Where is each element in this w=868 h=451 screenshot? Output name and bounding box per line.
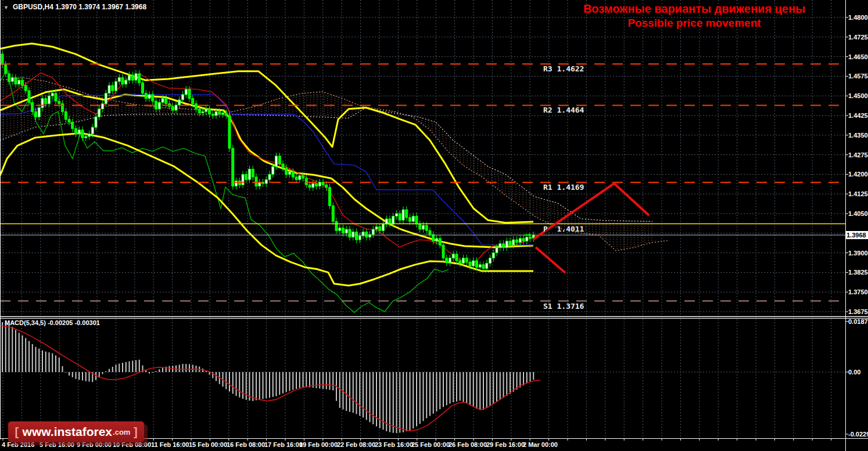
time-axis-label: 15 Feb 00:00 [189,441,227,448]
price-axis-label: 1.4500 [848,92,868,99]
macd-axis-label: 0.00 [848,369,860,376]
price-axis-label: 1.4275 [848,151,868,158]
price-axis-label: 1.3675 [848,308,868,315]
price-axis-label: 1.4125 [848,190,868,197]
price-axis-label: 1.4650 [848,53,868,60]
price-axis-label: 1.4725 [848,34,868,41]
price-axis-label: 1.3750 [848,288,868,295]
watermark-text: www.instaforex [23,425,112,439]
pivot-label-s1: S1 1.3716 [543,302,584,311]
pivot-label-p: P 1.4011 [543,225,584,233]
time-axis-label: 19 Feb 00:00 [299,441,338,448]
watermark-suffix: .com [113,428,130,436]
time-axis-label: 23 Feb 16:00 [375,441,413,448]
symbol-ohlc-text: GBPUSD,H4 1.3970 1.3974 1.3967 1.3968 [13,3,146,11]
macd-indicator-label: MACD(5,34,5) -0.00205 -0.00301 [5,319,100,326]
watermark-bracket-right: ] [130,425,137,439]
time-axis-label: 29 Feb 16:00 [486,441,525,448]
price-axis-label: 1.4800 [848,14,868,21]
price-axis-label: 1.3825 [848,269,868,276]
price-axis-label: 1.4200 [848,171,868,178]
time-axis-label: 17 Feb 16:00 [264,441,303,448]
current-price-badge: 1.3968 [845,231,868,239]
price-axis-label: 1.4425 [848,112,868,119]
time-axis-label: 11 Feb 16:00 [151,441,189,448]
time-axis-label: 26 Feb 08:00 [449,441,487,448]
watermark-bracket-left: [ [15,425,21,439]
annotation-ru: Возможные варианты движения цены [546,2,842,16]
annotation-en: Possible price movement [546,17,842,30]
price-axis-label: 1.4050 [848,210,868,217]
macd-axis-label: 0.01873 [848,318,868,325]
chart-canvas [0,0,868,451]
time-axis-label: 16 Feb 08:00 [227,441,265,448]
time-axis-label: 25 Feb 00:00 [411,441,450,448]
chart-window: ▼GBPUSD,H4 1.3970 1.3974 1.3967 1.3968 В… [0,0,868,451]
symbol-dropdown-icon[interactable]: ▼ [3,5,9,10]
symbol-title: ▼GBPUSD,H4 1.3970 1.3974 1.3967 1.3968 [3,3,146,11]
pivot-label-r2: R2 1.4464 [543,106,584,114]
price-axis-label: 1.4350 [848,132,868,139]
time-axis-label: 2 Mar 00:00 [523,441,558,448]
instaforex-watermark: [ www.instaforex.com ] [8,421,144,442]
pivot-label-r1: R1 1.4169 [543,183,584,192]
price-axis-label: 1.4575 [848,73,868,80]
macd-axis-label: -0.02299 [848,431,868,438]
price-axis-label: 1.3900 [848,250,868,257]
pivot-label-r3: R3 1.4622 [543,64,584,73]
time-axis-label: 22 Feb 08:00 [337,441,375,448]
